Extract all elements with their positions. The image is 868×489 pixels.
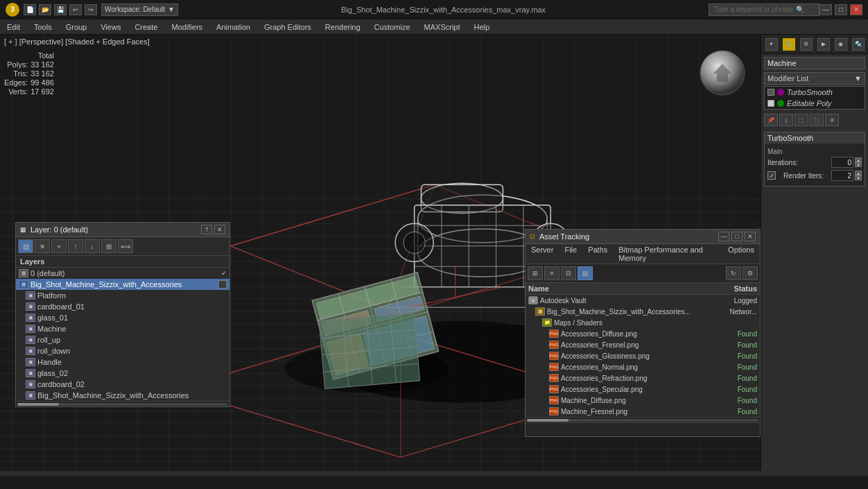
asset-refresh-btn[interactable]: ↻	[726, 266, 741, 280]
layer-link-btn[interactable]: ⟺	[118, 239, 133, 253]
menu-animation[interactable]: Animation	[209, 19, 257, 34]
menu-graph-editors[interactable]: Graph Editors	[257, 19, 318, 34]
layer-filter-btn[interactable]: ▤	[18, 239, 33, 253]
menu-group[interactable]: Group	[59, 19, 94, 34]
layer-row-bigshotobj[interactable]: ▣ Big_Shot_Machine_Sizzix_with_Accessori…	[16, 390, 229, 401]
asset-row-acc-refr[interactable]: PNG Accessories_Refraction.png Found	[526, 372, 760, 384]
render-iters-down-btn[interactable]: ▼	[855, 175, 862, 180]
layer-row-glass02[interactable]: ▣ glass_02	[16, 368, 229, 379]
mod-pipe-btn[interactable]: |	[779, 114, 793, 126]
asset-panel-titlebar[interactable]: ⊡ Asset Tracking — □ ✕	[526, 230, 760, 244]
asset-grid-btn[interactable]: ⊟	[561, 266, 576, 280]
menu-edit[interactable]: Edit	[0, 19, 27, 34]
asset-table-btn[interactable]: ▤	[578, 266, 593, 280]
layer-delete-btn[interactable]: ✕	[35, 239, 50, 253]
iterations-up-btn[interactable]: ▲	[855, 157, 862, 162]
search-bar[interactable]: Type a keyword or phrase 🔍	[709, 3, 819, 16]
asset-row-mach-diff[interactable]: PNG Machine_Diffuse.png Found	[526, 395, 760, 406]
turbosomooth-modifier[interactable]: TurboSmooth	[765, 87, 865, 98]
menu-maxscript[interactable]: MAXScript	[417, 19, 467, 34]
asset-maximize-btn[interactable]: □	[731, 232, 743, 241]
layer-move-down-btn[interactable]: ↓	[85, 239, 100, 253]
open-file-btn[interactable]: 📂	[39, 4, 51, 15]
new-file-btn[interactable]: 📄	[24, 4, 36, 15]
menu-tools[interactable]: Tools	[27, 19, 59, 34]
asset-row-acc-fres[interactable]: PNG Accessories_Fresnel.png Found	[526, 339, 760, 350]
iterations-input[interactable]: 0	[831, 157, 853, 168]
menu-help[interactable]: Help	[467, 19, 497, 34]
asset-row-mach-fres[interactable]: PNG Machine_Fresnel.png Found	[526, 406, 760, 417]
layer-row-glass01[interactable]: ▣ glass_01	[16, 312, 229, 323]
tris-label: Tris:	[4, 69, 31, 78]
layer-row-cardboard01[interactable]: ▣ cardboard_01	[16, 301, 229, 312]
layer-help-btn[interactable]: ?	[201, 225, 212, 234]
display-panel-btn[interactable]: ◉	[835, 38, 847, 51]
editable-poly-checkbox[interactable]	[767, 100, 774, 107]
layer-row-cardboard02[interactable]: ▣ cardboard_02	[16, 379, 229, 390]
layer-bigshot-checkbox[interactable]	[218, 280, 227, 289]
mod-paste-btn[interactable]: ⬛	[810, 114, 824, 126]
object-name-field[interactable]: Machine	[764, 57, 865, 69]
asset-row-acc-diff[interactable]: PNG Accessories_Diffuse.png Found	[526, 328, 760, 339]
turbosmooth-checkbox[interactable]	[767, 89, 774, 96]
titlebar-left: 3 📄 📂 💾 ↩ ↪ Workspace: Default ▼	[6, 3, 178, 17]
layer-row-default[interactable]: ▦ 0 (default) ✓	[16, 268, 229, 279]
asset-menu-bitmap[interactable]: Bitmap Performance and Memory	[613, 244, 722, 264]
layer-row-bigshot[interactable]: ▦ Big_Shot_Machine_Sizzix_with_Accessori…	[16, 279, 229, 290]
menu-rendering[interactable]: Rendering	[318, 19, 367, 34]
layer-scrollbar[interactable]	[16, 401, 229, 406]
asset-list-btn[interactable]: ≡	[544, 266, 559, 280]
asset-minimize-btn[interactable]: —	[718, 232, 729, 241]
asset-row-acc-spec[interactable]: PNG Accessories_Specular.png Found	[526, 384, 760, 395]
create-panel-btn[interactable]: ✦	[765, 38, 778, 51]
layer-row-machine[interactable]: ▣ Machine	[16, 323, 229, 334]
asset-scrollbar[interactable]	[526, 417, 760, 422]
render-iters-checkbox[interactable]: ✓	[767, 171, 776, 180]
iterations-down-btn[interactable]: ▼	[855, 162, 862, 167]
layer-row-rolldown[interactable]: ▣ roll_down	[16, 345, 229, 357]
editable-poly-modifier[interactable]: Editable Poly	[765, 98, 865, 109]
maximize-btn[interactable]: □	[835, 4, 847, 15]
asset-expand-btn[interactable]: ⊞	[528, 266, 543, 280]
layer-close-btn[interactable]: ✕	[214, 225, 225, 234]
workspace-dropdown[interactable]: Workspace: Default ▼	[101, 3, 178, 16]
asset-menu-options[interactable]: Options	[722, 244, 760, 264]
layer-row-platform[interactable]: ▣ Platform	[16, 290, 229, 301]
menu-customize[interactable]: Customize	[367, 19, 417, 34]
menu-modifiers[interactable]: Modifiers	[164, 19, 209, 34]
asset-settings-btn[interactable]: ⚙	[743, 266, 758, 280]
layer-merge-btn[interactable]: ⊞	[101, 239, 116, 253]
turbosmooth-header[interactable]: TurboSmooth	[765, 132, 865, 144]
layer-panel-titlebar[interactable]: ▦ Layer: 0 (default) ? ✕	[16, 223, 229, 237]
utilities-panel-btn[interactable]: 🔩	[852, 38, 865, 51]
asset-row-maps[interactable]: 📁 Maps / Shaders	[526, 317, 760, 328]
asset-row-acc-gloss[interactable]: PNG Accessories_Glossiness.png Found	[526, 350, 760, 361]
redo-btn[interactable]: ↪	[85, 4, 97, 15]
asset-menu-paths[interactable]: Paths	[582, 244, 613, 264]
asset-row-vault[interactable]: V Autodesk Vault Logged	[526, 295, 760, 306]
render-iters-up-btn[interactable]: ▲	[855, 171, 862, 175]
hierarchy-panel-btn[interactable]: ⚙	[800, 38, 813, 51]
layer-add-btn[interactable]: +	[51, 239, 67, 253]
layer-row-handle[interactable]: ▣ Handle	[16, 357, 229, 368]
close-btn[interactable]: ✕	[850, 4, 862, 15]
mod-pin-btn[interactable]: 📌	[764, 114, 778, 126]
minimize-btn[interactable]: —	[819, 4, 832, 15]
asset-menu-server[interactable]: Server	[526, 244, 559, 264]
layer-move-up-btn[interactable]: ↑	[68, 239, 83, 253]
menu-views[interactable]: Views	[94, 19, 128, 34]
layer-row-rollup[interactable]: ▣ roll_up	[16, 334, 229, 345]
mod-delete-btn[interactable]: ✕	[825, 114, 839, 126]
asset-menu-file[interactable]: File	[559, 244, 582, 264]
modify-panel-btn[interactable]: 🔧	[783, 38, 795, 51]
menu-create[interactable]: Create	[128, 19, 164, 34]
asset-close-btn[interactable]: ✕	[745, 232, 756, 241]
save-file-btn[interactable]: 💾	[54, 4, 67, 15]
asset-row-bigshot[interactable]: ▦ Big_Shot_Machine_Sizzix_with_Accessori…	[526, 306, 760, 317]
undo-btn[interactable]: ↩	[69, 4, 82, 15]
mod-copy-btn[interactable]: ⬚	[795, 114, 808, 126]
modifier-list-dropdown[interactable]: Modifier List ▼	[764, 72, 865, 85]
render-iters-input[interactable]: 2	[831, 170, 853, 181]
asset-row-acc-norm[interactable]: PNG Accessories_Normal.png Found	[526, 361, 760, 372]
motion-panel-btn[interactable]: ▶	[817, 38, 830, 51]
